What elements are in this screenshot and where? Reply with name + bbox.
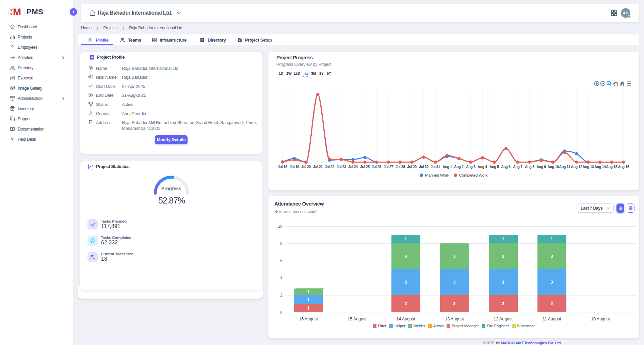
- svg-text:M: M: [13, 6, 21, 17]
